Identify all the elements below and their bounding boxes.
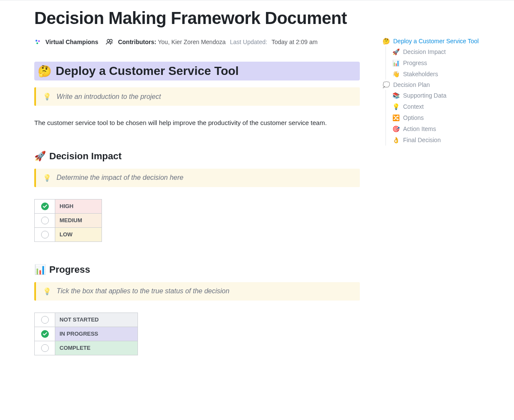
last-updated-label: Last Updated: <box>230 39 267 45</box>
last-updated-value: Today at 2:09 am <box>272 39 317 45</box>
outline-label: Final Decision <box>403 137 441 143</box>
svg-point-2 <box>36 42 38 44</box>
callout-intro[interactable]: 💡 Write an introduction to the project <box>34 87 360 106</box>
progress-table: NOT STARTED IN PROGRESS COMPLETE <box>34 313 138 355</box>
callout-text: Write an introduction to the project <box>57 93 161 101</box>
outline-item-options[interactable]: 🔀 Options <box>392 112 489 123</box>
document-meta: Virtual Champions Contributors: You, Kie… <box>34 39 360 45</box>
progress-in-progress-checkbox[interactable] <box>35 327 55 341</box>
progress-not-started-label: NOT STARTED <box>55 313 138 327</box>
thinking-face-icon: 🤔 <box>38 66 51 77</box>
svg-point-4 <box>110 39 112 42</box>
callout-progress[interactable]: 💡 Tick the box that applies to the true … <box>34 282 360 301</box>
svg-point-1 <box>38 40 40 42</box>
outline-label: Decision Plan <box>393 81 430 88</box>
lightbulb-icon: 💡 <box>392 103 400 110</box>
lightbulb-icon: 💡 <box>43 174 51 182</box>
outline-item-deploy[interactable]: 🤔 Deploy a Customer Service Tool <box>382 36 489 46</box>
section-heading-progress: 📊 Progress <box>34 264 360 275</box>
outline-label: Action Items <box>403 125 436 132</box>
outline-label: Context <box>403 103 424 110</box>
table-row: MEDIUM <box>35 213 102 227</box>
intro-paragraph[interactable]: The customer service tool to be chosen w… <box>34 118 351 128</box>
progress-complete-checkbox[interactable] <box>35 341 55 355</box>
bar-chart-icon: 📊 <box>392 60 400 66</box>
section-heading-deploy: 🤔 Deploy a Customer Service Tool <box>34 62 360 80</box>
impact-high-label: HIGH <box>55 199 102 213</box>
outline-label: Stakeholders <box>403 71 438 77</box>
impact-low-checkbox[interactable] <box>35 227 55 241</box>
outline-item-stakeholders[interactable]: 👋 Stakeholders <box>392 69 489 80</box>
lightbulb-icon: 💡 <box>43 287 51 295</box>
team-name[interactable]: Virtual Champions <box>45 39 98 45</box>
svg-point-3 <box>107 39 110 42</box>
section-title: Deploy a Customer Service Tool <box>56 64 239 78</box>
page-title: Decision Making Framework Document <box>34 7 360 29</box>
section-title: Progress <box>49 264 90 275</box>
table-row: LOW <box>35 227 102 241</box>
impact-high-checkbox[interactable] <box>35 199 55 213</box>
thinking-face-icon: 🤔 <box>382 38 390 45</box>
outline-label: Options <box>403 114 424 121</box>
callout-impact[interactable]: 💡 Determine the impact of the decision h… <box>34 169 360 187</box>
callout-text: Determine the impact of the decision her… <box>57 174 183 182</box>
callout-text: Tick the box that applies to the true st… <box>57 287 230 295</box>
svg-point-0 <box>36 40 37 42</box>
outline-item-final-decision[interactable]: 👌 Final Decision <box>392 134 489 146</box>
contributors-value: You, Kier Zoren Mendoza <box>158 39 226 45</box>
contributors-icon <box>106 39 114 45</box>
impact-table: HIGH MEDIUM LOW <box>34 199 102 242</box>
contributors-label: Contributors: <box>118 39 156 45</box>
outline-item-progress[interactable]: 📊 Progress <box>392 57 489 69</box>
outline-item-action-items[interactable]: 🎯 Action Items <box>392 123 489 134</box>
table-row: IN PROGRESS <box>35 327 138 341</box>
section-heading-impact: 🚀 Decision Impact <box>34 151 360 162</box>
impact-medium-label: MEDIUM <box>55 213 102 227</box>
progress-complete-label: COMPLETE <box>55 341 138 355</box>
outline-item-decision-impact[interactable]: 🚀 Decision Impact <box>392 46 489 57</box>
table-row: HIGH <box>35 199 102 213</box>
team-icon <box>34 39 41 45</box>
books-icon: 📚 <box>392 92 400 99</box>
rocket-icon: 🚀 <box>392 48 400 55</box>
ok-hand-icon: 👌 <box>392 137 400 143</box>
outline-label: Decision Impact <box>403 48 446 55</box>
table-row: NOT STARTED <box>35 313 138 327</box>
bar-chart-icon: 📊 <box>34 265 46 274</box>
target-icon: 🎯 <box>392 125 400 132</box>
outline-label: Deploy a Customer Service Tool <box>393 38 479 45</box>
outline-item-supporting-data[interactable]: 📚 Supporting Data <box>392 90 489 101</box>
waving-hand-icon: 👋 <box>392 71 400 77</box>
progress-not-started-checkbox[interactable] <box>35 313 55 327</box>
outline-label: Progress <box>403 60 427 66</box>
impact-medium-checkbox[interactable] <box>35 213 55 227</box>
document-outline: 🤔 Deploy a Customer Service Tool 🚀 Decis… <box>382 36 489 146</box>
outline-item-decision-plan[interactable]: 💭 Decision Plan <box>382 80 489 90</box>
thought-bubble-icon: 💭 <box>382 81 390 88</box>
outline-item-context[interactable]: 💡 Context <box>392 101 489 112</box>
rocket-icon: 🚀 <box>34 152 46 161</box>
shuffle-icon: 🔀 <box>392 114 400 121</box>
table-row: COMPLETE <box>35 341 138 355</box>
section-title: Decision Impact <box>49 151 122 162</box>
lightbulb-icon: 💡 <box>43 92 51 101</box>
outline-label: Supporting Data <box>403 92 446 99</box>
progress-in-progress-label: IN PROGRESS <box>55 327 138 341</box>
impact-low-label: LOW <box>55 227 102 241</box>
